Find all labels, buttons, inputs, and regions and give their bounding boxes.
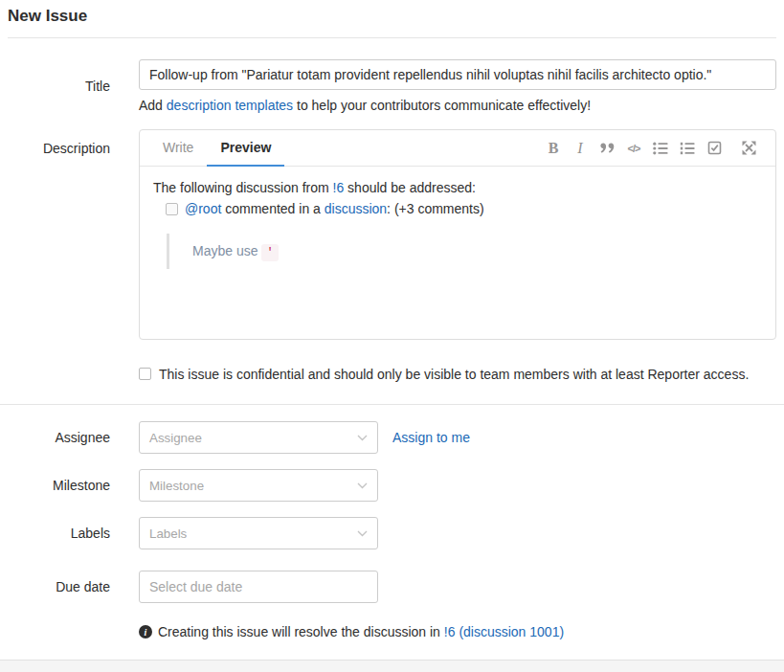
title-input[interactable] xyxy=(139,59,776,90)
quote-code-span: ' xyxy=(261,244,278,261)
fullscreen-icon[interactable] xyxy=(737,137,760,160)
assignee-dropdown[interactable]: Assignee xyxy=(139,421,378,454)
markdown-editor-header: Write Preview B I </> xyxy=(140,130,775,167)
labels-row: Labels Labels xyxy=(8,517,776,549)
task-middle: commented in a xyxy=(221,201,324,216)
page-title: New Issue xyxy=(8,0,776,38)
resolve-note-row: i Creating this issue will resolve the d… xyxy=(8,624,776,639)
task-checkbox[interactable] xyxy=(166,203,178,215)
info-icon: i xyxy=(139,625,152,638)
code-icon[interactable]: </> xyxy=(622,137,645,160)
markdown-toolbar: B I </> xyxy=(542,130,760,166)
title-row: Title Add description templates to help … xyxy=(8,59,776,113)
user-link[interactable]: @root xyxy=(185,201,221,216)
form-actions-bar xyxy=(0,660,784,672)
preview-intro-suffix: should be addressed: xyxy=(344,180,476,195)
task-text: @root commented in a discussion: (+3 com… xyxy=(185,201,484,216)
italic-icon[interactable]: I xyxy=(569,137,592,160)
due-date-row: Due date xyxy=(8,571,776,603)
preview-blockquote: Maybe use ' xyxy=(167,234,762,269)
confidential-label[interactable]: This issue is confidential and should on… xyxy=(159,365,749,385)
assignee-row: Assignee Assignee Assign to me xyxy=(8,421,776,454)
tab-write[interactable]: Write xyxy=(149,130,207,167)
description-templates-link[interactable]: description templates xyxy=(167,98,293,113)
numbered-list-icon[interactable] xyxy=(676,137,699,160)
bold-icon[interactable]: B xyxy=(542,137,565,160)
due-date-label: Due date xyxy=(8,579,110,594)
title-help-text: Add description templates to help your c… xyxy=(139,98,776,113)
quote-text: Maybe use xyxy=(192,243,261,258)
new-issue-page: New Issue Title Add description template… xyxy=(0,0,784,639)
section-divider xyxy=(0,404,784,405)
merge-request-link[interactable]: !6 xyxy=(333,180,345,195)
preview-intro-prefix: The following discussion from xyxy=(153,180,333,195)
task-list-icon[interactable] xyxy=(703,137,726,160)
resolve-note-prefix: Creating this issue will resolve the dis… xyxy=(158,624,444,639)
assign-to-me-link[interactable]: Assign to me xyxy=(392,430,470,445)
title-help-suffix: to help your contributors communicate ef… xyxy=(293,98,591,113)
description-row: Description Write Preview B I xyxy=(8,129,776,340)
title-label: Title xyxy=(8,78,110,94)
milestone-label: Milestone xyxy=(8,478,110,493)
description-label: Description xyxy=(8,129,110,340)
task-item: @root commented in a discussion: (+3 com… xyxy=(166,201,762,216)
bullet-list-icon[interactable] xyxy=(649,137,672,160)
milestone-row: Milestone Milestone xyxy=(8,469,776,502)
preview-intro: The following discussion from !6 should … xyxy=(153,180,762,195)
chevron-down-icon xyxy=(357,482,368,489)
task-suffix: : (+3 comments) xyxy=(387,201,484,216)
assignee-dropdown-placeholder: Assignee xyxy=(149,431,357,445)
milestone-dropdown-placeholder: Milestone xyxy=(149,479,357,493)
markdown-preview: The following discussion from !6 should … xyxy=(140,167,775,339)
confidential-row: This issue is confidential and should on… xyxy=(8,365,776,385)
discussion-link[interactable]: discussion xyxy=(325,201,387,216)
assignee-label: Assignee xyxy=(8,430,110,445)
confidential-checkbox[interactable] xyxy=(139,368,151,380)
resolve-discussion-link[interactable]: !6 (discussion 1001) xyxy=(444,624,564,639)
quote-icon[interactable] xyxy=(595,137,618,160)
chevron-down-icon xyxy=(357,530,368,537)
resolve-note-text: Creating this issue will resolve the dis… xyxy=(158,624,564,639)
chevron-down-icon xyxy=(357,435,368,441)
labels-dropdown[interactable]: Labels xyxy=(139,517,378,549)
milestone-dropdown[interactable]: Milestone xyxy=(139,469,378,502)
title-help-prefix: Add xyxy=(139,98,167,113)
markdown-editor: Write Preview B I </> xyxy=(139,129,776,340)
labels-dropdown-placeholder: Labels xyxy=(149,526,357,541)
labels-label: Labels xyxy=(8,526,110,541)
due-date-input[interactable] xyxy=(139,571,378,603)
preview-task-list: @root commented in a discussion: (+3 com… xyxy=(166,201,762,216)
tab-preview[interactable]: Preview xyxy=(207,130,284,167)
